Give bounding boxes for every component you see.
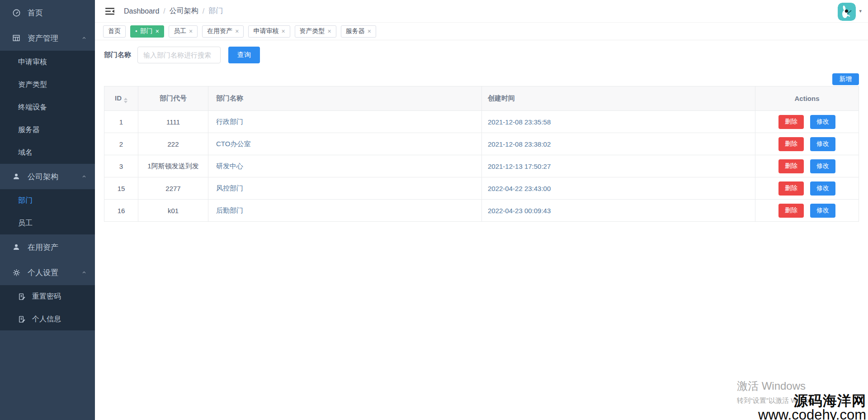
delete-button[interactable]: 删除	[778, 137, 804, 151]
tab-server[interactable]: 服务器 ×	[341, 25, 376, 38]
submenu-personal-settings: 重置密码 个人信息	[0, 285, 95, 330]
cell-name: 后勤部门	[208, 200, 482, 222]
chevron-up-icon	[81, 35, 87, 41]
cell-id: 3	[104, 155, 138, 177]
tab-department[interactable]: ● 部门 ×	[130, 25, 164, 38]
breadcrumb-item-dashboard[interactable]: Dashboard	[124, 7, 159, 15]
department-name-link[interactable]: CTO办公室	[216, 140, 250, 148]
sidebar-item-employee[interactable]: 员工	[0, 212, 95, 234]
search-input[interactable]	[137, 47, 221, 63]
cell-name: 行政部门	[208, 111, 482, 133]
table-row: 3 1阿斯顿发送到发 研发中心 2021-12-13 17:50:27 删除 修…	[104, 155, 859, 177]
tab-in-use-assets[interactable]: 在用资产 ×	[202, 25, 244, 38]
sidebar-item-apply-review[interactable]: 申请审核	[0, 51, 95, 73]
cell-id: 16	[104, 200, 138, 222]
table-toolbar: 新增	[104, 73, 859, 85]
search-row: 部门名称 查询	[104, 46, 859, 63]
add-button[interactable]: 新增	[832, 73, 859, 85]
sidebar-item-reset-password[interactable]: 重置密码	[0, 285, 95, 308]
edit-button[interactable]: 修改	[810, 115, 835, 129]
cell-id: 2	[104, 133, 138, 155]
cell-id: 1	[104, 111, 138, 133]
search-label: 部门名称	[104, 51, 131, 59]
topbar-right: ▾	[838, 2, 862, 21]
column-header-id[interactable]: ID	[104, 86, 138, 111]
chevron-down-icon[interactable]: ▾	[859, 8, 862, 14]
tab-employee[interactable]: 员工 ×	[169, 25, 198, 38]
sidebar-item-department[interactable]: 部门	[0, 189, 95, 212]
edit-button[interactable]: 修改	[810, 159, 835, 173]
cell-created: 2021-12-08 23:35:58	[482, 111, 755, 133]
department-name-link[interactable]: 后勤部门	[216, 206, 243, 214]
department-name-link[interactable]: 行政部门	[216, 118, 243, 125]
file-edit-icon	[18, 293, 26, 301]
delete-button[interactable]: 删除	[778, 159, 804, 173]
table-row: 1 1111 行政部门 2021-12-08 23:35:58 删除 修改	[104, 111, 859, 133]
cell-code: 2277	[138, 177, 208, 200]
cell-created: 2021-12-08 23:38:02	[482, 133, 755, 155]
department-table: ID 部门代号 部门名称 创建时间 Actions	[104, 86, 859, 222]
content: 部门名称 查询 新增 ID 部门代号	[95, 40, 868, 420]
avatar[interactable]	[838, 3, 856, 21]
breadcrumb-item-company-structure: 公司架构	[170, 6, 198, 16]
sidebar-item-personal-settings[interactable]: 个人设置	[0, 260, 95, 285]
sidebar-item-domain[interactable]: 域名	[0, 141, 95, 164]
dashboard-icon	[12, 9, 21, 17]
sidebar-item-terminal-device[interactable]: 终端设备	[0, 96, 95, 119]
gear-icon	[12, 268, 21, 277]
cell-actions: 删除 修改	[755, 200, 859, 222]
cell-code: k01	[138, 200, 208, 222]
codehy-watermark: 源码海洋网 www.codehy.com	[758, 394, 866, 420]
sidebar: 首页 资产管理 申请审核 资产类型 终端设备 服务	[0, 0, 95, 420]
tab-home[interactable]: 首页	[103, 25, 126, 38]
close-icon[interactable]: ×	[156, 28, 159, 34]
sidebar-item-company-structure[interactable]: 公司架构	[0, 164, 95, 189]
sidebar-collapse-icon[interactable]	[103, 5, 117, 17]
search-button[interactable]: 查询	[228, 47, 260, 63]
sidebar-item-server[interactable]: 服务器	[0, 119, 95, 141]
main-area: Dashboard / 公司架构 / 部门 ▾	[95, 0, 868, 420]
sidebar-item-asset-management[interactable]: 资产管理	[0, 25, 95, 51]
close-icon[interactable]: ×	[368, 28, 371, 34]
tabbar: 首页 ● 部门 × 员工 × 在用资产 × 申请审核 × 资产类型 ×	[95, 23, 868, 40]
tab-apply-review[interactable]: 申请审核 ×	[248, 25, 290, 38]
close-icon[interactable]: ×	[235, 28, 239, 34]
sort-icon[interactable]	[124, 98, 127, 103]
tab-asset-type[interactable]: 资产类型 ×	[295, 25, 336, 38]
sidebar-item-personal-info[interactable]: 个人信息	[0, 308, 95, 330]
delete-button[interactable]: 删除	[778, 181, 804, 196]
submenu-company-structure: 部门 员工	[0, 189, 95, 234]
cell-code: 1阿斯顿发送到发	[138, 155, 208, 177]
delete-button[interactable]: 删除	[778, 115, 804, 129]
cell-actions: 删除 修改	[755, 177, 859, 200]
sidebar-item-home[interactable]: 首页	[0, 0, 95, 25]
edit-button[interactable]: 修改	[810, 181, 835, 196]
column-header-code: 部门代号	[138, 86, 208, 111]
cell-code: 1111	[138, 111, 208, 133]
cell-actions: 删除 修改	[755, 111, 859, 133]
topbar: Dashboard / 公司架构 / 部门 ▾	[95, 0, 868, 23]
cell-created: 2022-04-22 23:43:00	[482, 177, 755, 200]
close-icon[interactable]: ×	[189, 28, 193, 34]
edit-button[interactable]: 修改	[810, 204, 835, 218]
sidebar-item-in-use-assets[interactable]: 在用资产	[0, 234, 95, 260]
column-header-name: 部门名称	[208, 86, 482, 111]
delete-button[interactable]: 删除	[778, 204, 804, 218]
close-icon[interactable]: ×	[328, 28, 331, 34]
user-icon	[12, 243, 21, 251]
cell-name: 风控部门	[208, 177, 482, 200]
department-name-link[interactable]: 研发中心	[216, 162, 243, 170]
edit-button[interactable]: 修改	[810, 137, 835, 151]
file-edit-icon	[18, 315, 26, 323]
close-icon[interactable]: ×	[281, 28, 285, 34]
chevron-up-icon	[81, 270, 87, 275]
department-name-link[interactable]: 风控部门	[216, 184, 243, 192]
cell-created: 2021-12-13 17:50:27	[482, 155, 755, 177]
table-row: 15 2277 风控部门 2022-04-22 23:43:00 删除 修改	[104, 177, 859, 200]
app-window: 首页 资产管理 申请审核 资产类型 终端设备 服务	[0, 0, 868, 420]
table-row: 16 k01 后勤部门 2022-04-23 00:09:43 删除 修改	[104, 200, 859, 222]
sidebar-item-asset-type[interactable]: 资产类型	[0, 73, 95, 96]
cell-name: CTO办公室	[208, 133, 482, 155]
cell-created: 2022-04-23 00:09:43	[482, 200, 755, 222]
table-row: 2 222 CTO办公室 2021-12-08 23:38:02 删除 修改	[104, 133, 859, 155]
